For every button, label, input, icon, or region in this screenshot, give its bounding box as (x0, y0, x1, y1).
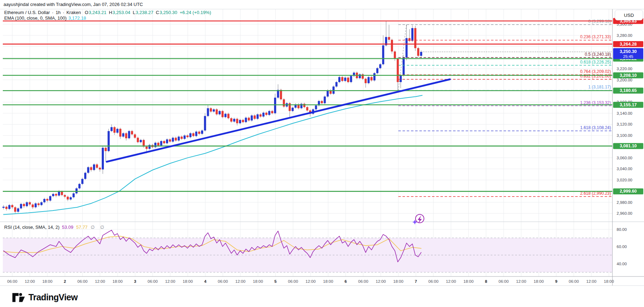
svg-text:3,220.00: 3,220.00 (617, 67, 632, 71)
legend-separator: · (63, 10, 64, 15)
svg-text:3,250.30: 3,250.30 (620, 49, 637, 54)
svg-text:0 (3,299.18): 0 (3,299.18) (588, 19, 611, 24)
svg-text:06:00: 06:00 (499, 279, 509, 283)
svg-text:3,120.00: 3,120.00 (617, 122, 632, 126)
rsi-label: RSI (14, close, SMA, 14, 2) (4, 225, 60, 230)
svg-text:4: 4 (204, 279, 207, 283)
svg-text:2,999.60: 2,999.60 (620, 189, 637, 194)
svg-text:12:00: 12:00 (235, 279, 246, 283)
ema-label: EMA (100, close, 0, SMA, 100) (4, 15, 67, 21)
svg-text:18:00: 18:00 (534, 279, 544, 283)
svg-text:18:00: 18:00 (183, 279, 193, 283)
tradingview-logo[interactable]: TradingView (12, 292, 78, 302)
svg-text:18:00: 18:00 (323, 279, 333, 283)
currency-toggle-button[interactable]: USD (615, 10, 643, 20)
exchange-label: Kraken (66, 10, 81, 15)
symbol-title[interactable]: Ethereum / U.S. Dollar (4, 10, 50, 15)
svg-text:18:00: 18:00 (464, 279, 474, 283)
svg-text:0.618 (3,226.25): 0.618 (3,226.25) (580, 60, 611, 65)
svg-text:0.832 (3,201.00): 0.832 (3,201.00) (580, 74, 611, 79)
svg-text:7: 7 (415, 279, 417, 283)
open-label: O (85, 10, 88, 15)
svg-text:06:00: 06:00 (148, 279, 158, 283)
svg-text:18:00: 18:00 (393, 279, 404, 283)
grid-lines (3, 9, 612, 276)
svg-text:2: 2 (64, 279, 66, 283)
rsi-value: 53.09 (62, 225, 74, 230)
svg-text:12:00: 12:00 (586, 279, 597, 283)
svg-text:3,208.10: 3,208.10 (620, 73, 637, 78)
fib-retracement[interactable]: 0 (3,299.18)0.236 (3,271.33)0.5 (3,240.1… (398, 19, 612, 196)
chart-canvas[interactable]: 0 (3,299.18)0.236 (3,271.33)0.5 (3,240.1… (0, 0, 644, 307)
svg-text:12:00: 12:00 (25, 279, 35, 283)
svg-text:3,180.65: 3,180.65 (620, 88, 637, 93)
svg-text:3,155.17: 3,155.17 (620, 102, 637, 107)
open-value: 3,243.21 (89, 10, 107, 15)
svg-text:60.00: 60.00 (617, 245, 627, 249)
svg-text:6: 6 (345, 279, 347, 283)
rsi-sma-value: 57.77 (76, 225, 88, 230)
svg-text:18:00: 18:00 (113, 279, 123, 283)
svg-text:06:00: 06:00 (78, 279, 88, 283)
svg-text:06:00: 06:00 (218, 279, 228, 283)
watermark: aayushjindal created with TradingView.co… (4, 2, 143, 7)
time-axis[interactable]: 06:0012:0018:00206:0012:0018:00306:0012:… (7, 279, 614, 283)
svg-text:06:00: 06:00 (569, 279, 579, 283)
svg-text:8: 8 (485, 279, 487, 283)
svg-text:18:00: 18:00 (604, 279, 614, 283)
interval-label[interactable]: 1h (55, 10, 60, 15)
high-value: 3,253.04 (113, 10, 131, 15)
change-value: +6.24 (+0.19%) (180, 10, 211, 15)
svg-text:06:00: 06:00 (288, 279, 298, 283)
svg-text:3,040.00: 3,040.00 (617, 167, 632, 171)
svg-text:0.236 (3,271.33): 0.236 (3,271.33) (580, 34, 611, 39)
rsi-legend[interactable]: RSI (14, close, SMA, 14, 2) 53.09 57.77 … (4, 225, 106, 230)
tradingview-chart-window: 0 (3,299.18)0.236 (3,271.33)0.5 (3,240.1… (0, 0, 644, 307)
svg-text:3,020.00: 3,020.00 (617, 178, 632, 182)
svg-text:12:00: 12:00 (516, 279, 526, 283)
svg-text:06:00: 06:00 (429, 279, 439, 283)
high-label: H (109, 10, 112, 15)
svg-text:3,140.00: 3,140.00 (617, 111, 632, 115)
svg-text:3,200.00: 3,200.00 (617, 78, 632, 82)
close-value: 3,250.30 (159, 10, 177, 15)
svg-text:18:00: 18:00 (42, 279, 53, 283)
low-label: L (133, 10, 135, 15)
svg-text:80.00: 80.00 (617, 227, 627, 232)
main-series-legend[interactable]: Ethereum / U.S. Dollar · 1h · Kraken O3,… (4, 10, 214, 15)
svg-text:3,280.00: 3,280.00 (617, 33, 632, 38)
lightning-marker-icon[interactable] (412, 214, 424, 225)
svg-text:40.00: 40.00 (617, 262, 627, 266)
svg-text:12:00: 12:00 (306, 279, 316, 283)
legend-separator: · (52, 10, 53, 15)
svg-text:12:00: 12:00 (376, 279, 386, 283)
svg-text:12:00: 12:00 (95, 279, 105, 283)
svg-text:2,960.00: 2,960.00 (617, 211, 632, 215)
low-value: 3,238.27 (135, 10, 153, 15)
svg-text:3,081.10: 3,081.10 (620, 144, 637, 148)
ema-legend[interactable]: EMA (100, close, 0, SMA, 100) 3,172.18 (4, 15, 86, 21)
candlestick-series (2, 21, 422, 213)
svg-text:1.618 (3,108.24): 1.618 (3,108.24) (580, 125, 611, 130)
svg-text:1 (3,181.17): 1 (3,181.17) (588, 85, 611, 89)
tradingview-logo-icon (12, 293, 25, 302)
svg-text:0.5 (3,240.18): 0.5 (3,240.18) (585, 52, 611, 57)
ema-value: 3,172.18 (68, 15, 86, 21)
svg-text:06:00: 06:00 (358, 279, 369, 283)
svg-text:3: 3 (134, 279, 136, 283)
svg-text:2,980.00: 2,980.00 (617, 200, 632, 205)
svg-text:12:00: 12:00 (446, 279, 456, 283)
svg-text:3,264.28: 3,264.28 (620, 42, 637, 47)
svg-text:3,060.00: 3,060.00 (617, 156, 632, 160)
close-label: C (156, 10, 159, 15)
svg-text:06:00: 06:00 (7, 279, 18, 283)
rsi-empty-values: ∅ ∅ (91, 225, 106, 230)
svg-text:18:00: 18:00 (253, 279, 263, 283)
tradingview-logo-text: TradingView (28, 292, 78, 302)
svg-text:12:00: 12:00 (165, 279, 175, 283)
svg-text:5: 5 (274, 279, 277, 283)
svg-text:3,100.00: 3,100.00 (617, 133, 632, 138)
svg-text:9: 9 (555, 279, 557, 283)
svg-text:25:45: 25:45 (623, 54, 633, 59)
rsi-band (3, 238, 612, 272)
